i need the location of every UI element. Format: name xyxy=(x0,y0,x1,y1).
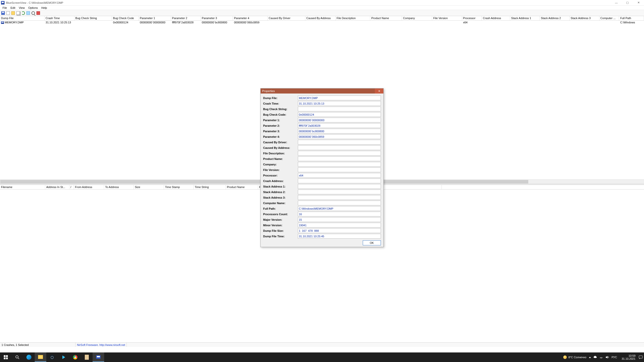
column-header[interactable]: Filename xyxy=(0,185,45,189)
column-header[interactable]: Parameter 1 xyxy=(139,16,171,20)
column-header[interactable]: Stack Address 3 xyxy=(570,16,599,20)
column-header[interactable]: Computer ... xyxy=(599,16,619,20)
property-value[interactable] xyxy=(298,112,381,117)
cell: ffff970f`2a003028 xyxy=(171,21,201,24)
property-value[interactable] xyxy=(298,217,381,222)
menu-view[interactable]: View xyxy=(17,6,26,10)
property-value[interactable] xyxy=(298,206,381,211)
property-value[interactable] xyxy=(298,118,381,122)
column-header[interactable]: Parameter 4 xyxy=(233,16,268,20)
table-row[interactable]: MEMORY.DMP31.10.2021 10:25:130x000001240… xyxy=(0,21,644,24)
column-header[interactable]: / xyxy=(69,185,74,189)
minimize-button[interactable]: — xyxy=(611,0,622,6)
property-value[interactable] xyxy=(298,156,381,161)
column-header[interactable]: To Address xyxy=(104,185,134,189)
property-value[interactable] xyxy=(298,123,381,128)
property-value[interactable] xyxy=(298,184,381,189)
column-header[interactable]: Product Name xyxy=(370,16,402,20)
menu-edit[interactable]: Edit xyxy=(9,6,17,10)
property-value[interactable] xyxy=(298,107,381,111)
network-icon[interactable] xyxy=(599,355,603,359)
column-header[interactable]: Full Path xyxy=(619,16,644,20)
property-value[interactable] xyxy=(298,201,381,205)
column-header[interactable]: Address In St... xyxy=(45,185,69,189)
search-icon[interactable] xyxy=(12,352,23,362)
column-header[interactable]: Time Stamp xyxy=(164,185,194,189)
exit-icon[interactable] xyxy=(36,11,41,15)
property-value[interactable] xyxy=(298,167,381,172)
property-value[interactable] xyxy=(298,145,381,150)
property-value[interactable] xyxy=(298,173,381,178)
column-header[interactable]: Crash Time xyxy=(45,16,74,20)
taskbar-app-icon[interactable] xyxy=(58,352,69,362)
new-icon[interactable] xyxy=(6,11,10,15)
tray-chevron-icon[interactable] xyxy=(589,357,591,358)
start-button[interactable] xyxy=(0,352,12,362)
refresh-icon[interactable] xyxy=(21,11,25,15)
column-header[interactable]: Bug Check Code xyxy=(112,16,139,20)
column-header[interactable]: Company xyxy=(402,16,432,20)
property-value[interactable] xyxy=(298,96,381,100)
volume-icon[interactable] xyxy=(606,355,609,359)
property-value[interactable] xyxy=(298,190,381,194)
column-header[interactable]: Processor xyxy=(462,16,482,20)
column-header[interactable]: Crash Address xyxy=(482,16,510,20)
column-header[interactable]: Stack Address 1 xyxy=(510,16,540,20)
column-header[interactable]: Parameter 2 xyxy=(171,16,201,20)
column-header[interactable]: Caused By Address xyxy=(305,16,336,20)
property-value[interactable] xyxy=(298,195,381,200)
property-label: File Version: xyxy=(263,168,298,171)
column-header[interactable]: Parameter 3 xyxy=(201,16,233,20)
save-icon[interactable] xyxy=(1,11,5,15)
column-header[interactable]: From Address xyxy=(74,185,104,189)
property-value[interactable] xyxy=(298,212,381,216)
column-header[interactable]: Size xyxy=(134,185,164,189)
menu-file[interactable]: File xyxy=(1,6,9,10)
property-value[interactable] xyxy=(298,134,381,139)
clock[interactable]: 10:59 31.10.2021 xyxy=(620,354,637,360)
find-icon[interactable] xyxy=(31,11,35,15)
weather-widget[interactable]: 8°C Солнечно xyxy=(563,355,586,359)
ok-button[interactable]: OK xyxy=(363,240,381,245)
taskbar-app2-icon[interactable] xyxy=(81,352,93,362)
property-label: Dump File Size: xyxy=(263,229,298,232)
taskbar-explorer-icon[interactable] xyxy=(35,352,46,362)
column-header[interactable]: File Version xyxy=(432,16,462,20)
property-value[interactable] xyxy=(298,151,381,156)
property-value[interactable] xyxy=(298,101,381,106)
column-header[interactable]: Product Name xyxy=(226,185,258,189)
property-value[interactable] xyxy=(298,223,381,228)
column-header[interactable]: Dump File xyxy=(0,16,45,20)
open-icon[interactable] xyxy=(11,11,15,15)
column-header[interactable]: File Description xyxy=(336,16,370,20)
cell xyxy=(370,21,402,24)
maximize-button[interactable]: ▢ xyxy=(622,0,633,6)
property-value[interactable] xyxy=(298,228,381,233)
close-button[interactable]: ✕ xyxy=(633,0,644,6)
taskbar-steam-icon[interactable]: ◯ xyxy=(46,352,58,362)
status-link[interactable]: NirSoft Freeware. http://www.nirsoft.net xyxy=(75,343,127,347)
column-header[interactable]: Caused By Driver xyxy=(268,16,305,20)
notification-icon[interactable] xyxy=(637,352,644,362)
taskbar-chrome-icon[interactable] xyxy=(69,352,81,362)
column-header[interactable]: Stack Address 2 xyxy=(540,16,570,20)
column-header[interactable]: Bug Check String xyxy=(74,16,112,20)
dialog-titlebar[interactable]: Properties ✕ xyxy=(261,88,383,94)
column-header[interactable]: Time String xyxy=(194,185,226,189)
dialog-close-icon[interactable]: ✕ xyxy=(375,88,383,94)
system-tray[interactable]: РУС xyxy=(586,355,620,359)
taskbar-bluescreenview-icon[interactable] xyxy=(93,352,104,362)
property-value[interactable] xyxy=(298,178,381,183)
property-value[interactable] xyxy=(298,234,381,239)
menu-options[interactable]: Options xyxy=(27,6,39,10)
onedrive-icon[interactable] xyxy=(593,355,597,359)
property-value[interactable] xyxy=(298,129,381,133)
properties-icon[interactable] xyxy=(26,11,30,15)
property-value[interactable] xyxy=(298,162,381,167)
top-grid-header[interactable]: Dump FileCrash TimeBug Check StringBug C… xyxy=(0,16,644,21)
property-value[interactable] xyxy=(298,140,381,145)
menu-help[interactable]: Help xyxy=(40,6,49,10)
language-indicator[interactable]: РУС xyxy=(612,356,617,359)
copy-icon[interactable] xyxy=(16,11,20,15)
taskbar-edge-icon[interactable] xyxy=(23,352,35,362)
